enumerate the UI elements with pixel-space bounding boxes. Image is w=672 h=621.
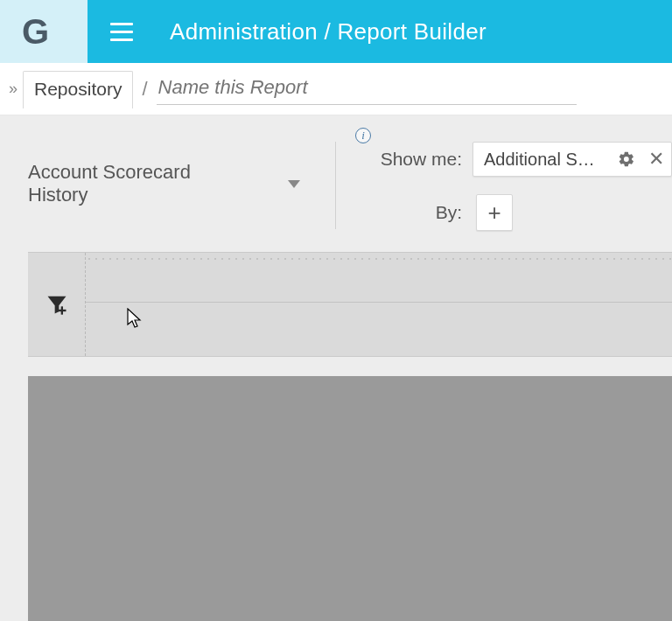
report-name-input[interactable] [157, 73, 577, 105]
divider [335, 142, 336, 229]
app-logo[interactable]: G [0, 0, 88, 63]
builder-canvas: Account Scorecard History i Show me: Add… [0, 115, 672, 621]
info-icon[interactable]: i [355, 128, 371, 143]
source-object-label: Account Scorecard History [28, 161, 244, 206]
svg-rect-1 [58, 310, 66, 311]
page-breadcrumb: Administration / Report Builder [170, 18, 486, 45]
report-path-row: » Repository / [0, 63, 672, 115]
logo-letter: G [22, 12, 49, 52]
source-object-dropdown[interactable]: Account Scorecard History [28, 142, 300, 206]
add-filter-button[interactable] [28, 253, 86, 356]
breadcrumb-separator: / [142, 78, 147, 101]
results-panel [28, 376, 672, 621]
by-label: By: [348, 202, 462, 223]
menu-icon[interactable] [110, 23, 133, 41]
show-me-field-chip[interactable]: Additional Scor… ✕ [472, 142, 672, 177]
field-chip-label: Additional Scor… [473, 150, 612, 170]
chevron-down-icon [288, 180, 300, 188]
gear-icon[interactable] [612, 150, 641, 168]
app-header: G Administration / Report Builder [0, 0, 672, 63]
show-me-label: Show me: [376, 149, 462, 170]
add-by-field-button[interactable]: + [476, 194, 513, 231]
expand-icon[interactable]: » [9, 80, 18, 98]
filter-icon [44, 292, 70, 317]
close-icon[interactable]: ✕ [641, 150, 671, 169]
filter-bar [28, 252, 672, 357]
filter-drop-zone[interactable] [86, 253, 672, 356]
repository-link[interactable]: Repository [23, 71, 133, 108]
